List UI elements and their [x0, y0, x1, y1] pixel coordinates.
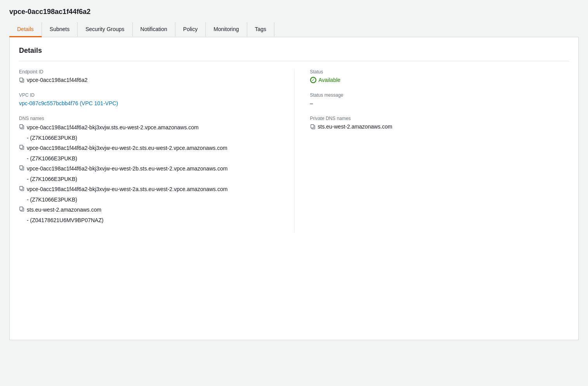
tab-monitoring[interactable]: Monitoring — [206, 22, 247, 37]
dns-entry-5: sts.eu-west-2.amazonaws.com — [19, 206, 279, 214]
dns-name-2: vpce-0acc198ac1f44f6a2-bkj3xvjw-eu-west-… — [27, 144, 279, 152]
private-dns-group: Private DNS names sts.eu-west-2.amazonaw… — [310, 116, 569, 130]
vpc-id-label: VPC ID — [19, 92, 279, 98]
status-message-value: – — [310, 100, 569, 106]
dns-name-5: sts.eu-west-2.amazonaws.com — [27, 206, 279, 214]
dns-copy-icon-2[interactable] — [19, 144, 24, 150]
private-dns-entry-1: sts.eu-west-2.amazonaws.com — [310, 123, 569, 130]
status-value: Available — [310, 77, 569, 83]
dns-entry-3: vpce-0acc198ac1f44f6a2-bkj3xvjw-eu-west-… — [19, 165, 279, 173]
status-message-group: Status message – — [310, 92, 569, 106]
tab-tags[interactable]: Tags — [247, 22, 275, 37]
private-dns-copy-icon[interactable] — [310, 124, 316, 129]
dns-copy-icon-4[interactable] — [19, 186, 24, 191]
status-label: Status — [310, 69, 569, 75]
vpc-id-group: VPC ID vpc-087c9c557bcbb4f76 (VPC 101-VP… — [19, 92, 279, 106]
dns-names-label: DNS names — [19, 116, 279, 121]
dns-name-3: vpce-0acc198ac1f44f6a2-bkj3xvjw-eu-west-… — [27, 165, 279, 173]
endpoint-id-label: Endpoint ID — [19, 69, 279, 75]
dns-copy-icon-3[interactable] — [19, 165, 24, 170]
svg-rect-13 — [310, 125, 314, 128]
tab-subnets[interactable]: Subnets — [42, 22, 78, 37]
right-column: Status Available Status message – Privat… — [294, 69, 569, 233]
content-panel: Details Endpoint ID vpce-0acc198ac1f44f — [9, 37, 579, 340]
dns-copy-icon-1[interactable] — [19, 124, 24, 129]
dns-name-1: vpce-0acc198ac1f44f6a2-bkj3xvjw.sts.eu-w… — [27, 123, 279, 132]
tabs-bar: Details Subnets Security Groups Notifica… — [9, 22, 579, 37]
dns-zone-3: - (Z7K1066E3PUKB) — [27, 176, 279, 182]
left-column: Endpoint ID vpce-0acc198ac1f44f6a2 VPC — [19, 69, 294, 233]
status-group: Status Available — [310, 69, 569, 83]
svg-rect-3 — [20, 125, 23, 128]
svg-rect-11 — [20, 207, 23, 210]
svg-rect-9 — [20, 186, 23, 190]
svg-rect-1 — [20, 78, 23, 82]
status-check-icon — [310, 77, 316, 83]
private-dns-name-1: sts.eu-west-2.amazonaws.com — [318, 123, 392, 130]
dns-zone-1: - (Z7K1066E3PUKB) — [27, 135, 279, 141]
dns-name-4: vpce-0acc198ac1f44f6a2-bkj3xvjw-eu-west-… — [27, 185, 279, 193]
dns-names-group: DNS names vpce-0acc198ac1f44f6a2-bkj3xvj… — [19, 116, 279, 223]
tab-details[interactable]: Details — [9, 22, 42, 37]
resource-title: vpce-0acc198ac1f44f6a2 — [9, 8, 579, 16]
dns-zone-4: - (Z7K1066E3PUKB) — [27, 196, 279, 203]
dns-zone-5: - (Z04178621U6MV9BP07NAZ) — [27, 217, 279, 223]
dns-zone-2: - (Z7K1066E3PUKB) — [27, 155, 279, 162]
private-dns-label: Private DNS names — [310, 116, 569, 121]
details-grid: Endpoint ID vpce-0acc198ac1f44f6a2 VPC — [19, 69, 569, 233]
status-message-label: Status message — [310, 92, 569, 98]
dns-entry-2: vpce-0acc198ac1f44f6a2-bkj3xvjw-eu-west-… — [19, 144, 279, 152]
panel-title: Details — [19, 47, 569, 61]
dns-copy-icon-5[interactable] — [19, 206, 24, 212]
tab-security-groups[interactable]: Security Groups — [78, 22, 132, 37]
endpoint-id-value: vpce-0acc198ac1f44f6a2 — [19, 77, 279, 83]
endpoint-id-group: Endpoint ID vpce-0acc198ac1f44f6a2 — [19, 69, 279, 83]
svg-rect-5 — [20, 145, 23, 149]
tab-notification[interactable]: Notification — [133, 22, 175, 37]
tab-policy[interactable]: Policy — [175, 22, 206, 37]
svg-rect-7 — [20, 166, 23, 169]
dns-entry-4: vpce-0acc198ac1f44f6a2-bkj3xvjw-eu-west-… — [19, 185, 279, 193]
dns-entry-1: vpce-0acc198ac1f44f6a2-bkj3xvjw.sts.eu-w… — [19, 123, 279, 132]
vpc-id-value[interactable]: vpc-087c9c557bcbb4f76 (VPC 101-VPC) — [19, 100, 279, 106]
endpoint-id-copy-icon[interactable] — [19, 77, 24, 83]
